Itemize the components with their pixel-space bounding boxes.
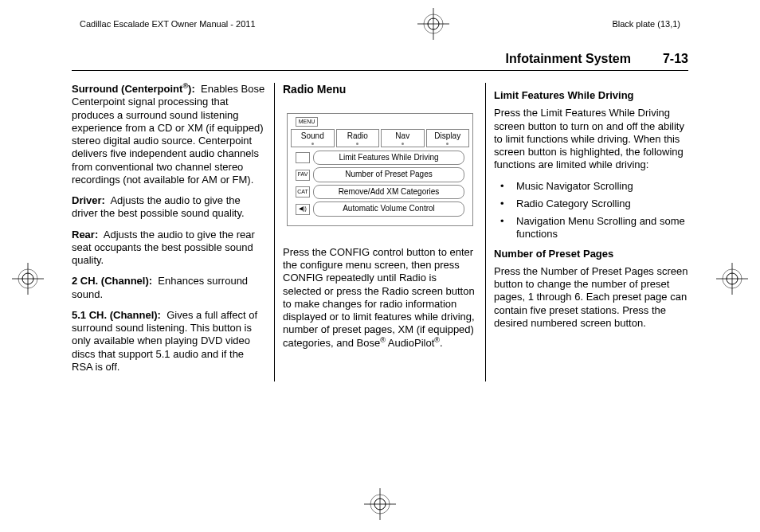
register-mark-right xyxy=(716,263,748,295)
ch2-para: 2 CH. (Channel): Enhances surround sound… xyxy=(72,275,266,301)
manual-title: Cadillac Escalade EXT Owner Manual - 201… xyxy=(80,19,256,29)
preset-heading: Number of Preset Pages xyxy=(494,248,688,260)
preset-para: Press the Number of Preset Pages screen … xyxy=(494,265,688,330)
limit-para: Press the Limit Features While Driving s… xyxy=(494,107,688,171)
register-mark-left xyxy=(12,263,44,295)
page-content: Infotainment System 7-13 Surround (Cente… xyxy=(0,44,760,381)
radio-menu-body: Press the CONFIG control button to enter… xyxy=(283,246,477,350)
limit-heading: Limit Features While Driving xyxy=(494,89,688,102)
ch51-label: 5.1 CH. (Channel): xyxy=(72,309,161,321)
fig-tab-nav: Nav xyxy=(381,129,425,147)
surround-after: ): xyxy=(188,83,195,95)
fig-icon-blank xyxy=(296,152,310,163)
fig-row-preset: FAV Number of Preset Pages xyxy=(291,167,469,182)
column-3: Limit Features While Driving Press the L… xyxy=(486,83,688,381)
fig-menu-label: MENU xyxy=(296,117,318,127)
columns: Surround (Centerpoint®): Enables Bose Ce… xyxy=(72,83,688,381)
rear-para: Rear: Adjusts the audio to give the rear… xyxy=(72,229,266,268)
fig-btn-xm: Remove/Add XM Categories xyxy=(313,185,464,200)
fig-icon-speaker: ◀)) xyxy=(296,204,310,215)
fig-tab-radio: Radio xyxy=(336,129,380,147)
column-1: Surround (Centerpoint®): Enables Bose Ce… xyxy=(72,83,275,381)
fig-tab-display: Display xyxy=(426,129,470,147)
fig-btn-preset: Number of Preset Pages xyxy=(313,167,464,182)
fig-icon-fav: FAV xyxy=(296,170,310,181)
bullet-music: Music Navigator Scrolling xyxy=(494,180,688,193)
driver-para: Driver: Adjusts the audio to give the dr… xyxy=(72,194,266,221)
radio-body-pre: Press the CONFIG control button to enter… xyxy=(283,246,475,349)
radio-body-mid: AudioPilot xyxy=(386,337,434,349)
fig-tab-sound: Sound xyxy=(291,129,335,147)
plate-label: Black plate (13,1) xyxy=(612,19,680,29)
driver-label: Driver: xyxy=(72,194,105,206)
ch51-para: 5.1 CH. (Channel): Gives a full affect o… xyxy=(72,309,266,374)
bullet-nav: Navigation Menu Scrolling and some funct… xyxy=(494,215,688,241)
surround-label: Surround (Centerpoint xyxy=(72,83,182,95)
fig-btn-limit: Limit Features While Driving xyxy=(313,151,464,166)
rear-text: Adjusts the audio to give the rear seat … xyxy=(72,229,255,267)
surround-text: Enables Bose Centerpoint signal processi… xyxy=(72,83,264,186)
fig-row-limit: Limit Features While Driving xyxy=(291,151,469,166)
top-header: Cadillac Escalade EXT Owner Manual - 201… xyxy=(0,0,760,44)
fig-icon-cat: CAT xyxy=(296,186,310,198)
ch2-label: 2 CH. (Channel): xyxy=(72,275,152,287)
radio-body-end: . xyxy=(440,337,443,349)
section-title: Infotainment System xyxy=(506,52,631,66)
radio-menu-figure: MENU Sound Radio Nav Display Limit Featu… xyxy=(287,113,473,226)
register-mark-bottom xyxy=(364,488,396,520)
radio-menu-heading: Radio Menu xyxy=(283,83,477,97)
column-2: Radio Menu MENU Sound Radio Nav Display … xyxy=(275,83,486,381)
rear-label: Rear: xyxy=(72,229,98,241)
surround-para: Surround (Centerpoint®): Enables Bose Ce… xyxy=(72,83,266,186)
fig-btn-avc: Automatic Volume Control xyxy=(313,201,464,217)
page-number: 7-13 xyxy=(663,52,688,66)
bullet-radio: Radio Category Scrolling xyxy=(494,198,688,210)
fig-row-xm: CAT Remove/Add XM Categories xyxy=(291,185,469,200)
fig-row-avc: ◀)) Automatic Volume Control xyxy=(291,201,469,217)
fig-tabs: Sound Radio Nav Display xyxy=(291,129,469,147)
register-mark-top xyxy=(417,8,449,40)
section-header: Infotainment System 7-13 xyxy=(72,52,688,71)
limit-bullets: Music Navigator Scrolling Radio Category… xyxy=(494,180,688,241)
